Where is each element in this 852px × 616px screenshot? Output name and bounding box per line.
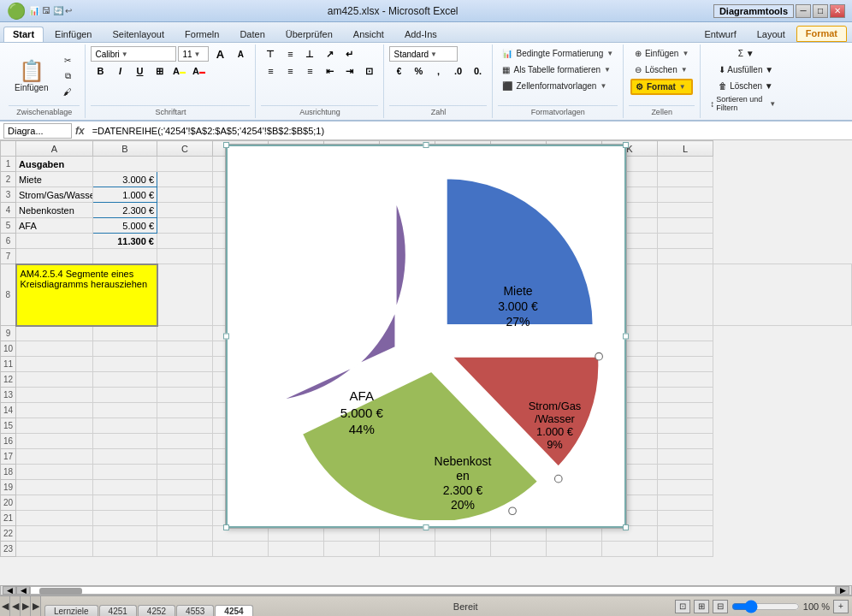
- scroll-left-btn2[interactable]: ◀: [16, 586, 30, 595]
- maximize-button[interactable]: □: [813, 4, 828, 18]
- table-cell[interactable]: AFA: [16, 218, 93, 234]
- table-cell[interactable]: [16, 480, 93, 495]
- table-cell[interactable]: [16, 526, 93, 542]
- normal-view-button[interactable]: ⊡: [675, 600, 690, 613]
- table-cell[interactable]: [16, 341, 93, 357]
- row-number[interactable]: 23: [1, 542, 16, 557]
- sort-filter-button[interactable]: ↕ Sortieren und Filtern ▼: [706, 93, 786, 116]
- table-cell[interactable]: [157, 526, 213, 542]
- tab-seitenlayout[interactable]: Seitenlayout: [104, 27, 175, 42]
- formula-input[interactable]: [88, 123, 849, 139]
- dec-decrease-button[interactable]: 0.: [468, 63, 487, 79]
- font-decrease-button[interactable]: A: [231, 46, 250, 62]
- font-color-button[interactable]: A▬: [189, 63, 208, 79]
- tab-einfugen[interactable]: Einfügen: [45, 27, 101, 42]
- tab-daten[interactable]: Daten: [230, 27, 274, 42]
- table-cell[interactable]: [93, 542, 157, 557]
- row-number[interactable]: 12: [1, 372, 16, 388]
- table-cell[interactable]: [93, 326, 157, 341]
- table-cell[interactable]: [93, 434, 157, 449]
- tab-format[interactable]: Format: [796, 26, 847, 42]
- row-number[interactable]: 15: [1, 418, 16, 434]
- table-cell[interactable]: [93, 388, 157, 403]
- close-button[interactable]: ✕: [830, 4, 845, 18]
- tab-formeln[interactable]: Formeln: [175, 27, 228, 42]
- table-cell[interactable]: [93, 449, 157, 465]
- table-cell[interactable]: [157, 465, 213, 480]
- tab-start[interactable]: Start: [3, 27, 44, 42]
- table-cell[interactable]: [16, 357, 93, 372]
- tab-uberprüfen[interactable]: Überprüfen: [276, 27, 342, 42]
- table-cell[interactable]: [269, 542, 324, 557]
- row-number[interactable]: 6: [1, 234, 16, 249]
- table-cell[interactable]: [93, 465, 157, 480]
- table-cell[interactable]: [658, 434, 713, 449]
- table-cell[interactable]: [658, 203, 713, 218]
- font-increase-button[interactable]: A: [210, 46, 229, 62]
- name-box[interactable]: [3, 123, 72, 139]
- bold-button[interactable]: B: [91, 63, 109, 79]
- font-size-dropdown[interactable]: 11 ▼: [178, 46, 209, 62]
- tab-add-ins[interactable]: Add-Ins: [395, 27, 447, 42]
- table-cell[interactable]: [157, 341, 213, 357]
- table-cell[interactable]: [93, 526, 157, 542]
- table-cell[interactable]: [157, 542, 213, 557]
- row-number[interactable]: 1: [1, 157, 16, 172]
- tab-scroll-left[interactable]: ◀: [0, 596, 10, 617]
- conditional-format-button[interactable]: 📊 Bedingte Formatierung ▼: [498, 46, 618, 61]
- table-cell[interactable]: [157, 480, 213, 495]
- table-cell[interactable]: [16, 372, 93, 388]
- horizontal-scrollbar[interactable]: ◀ ◀ ▶: [0, 585, 852, 595]
- page-break-button[interactable]: ⊟: [713, 600, 728, 613]
- sheet-tab-4254[interactable]: 4254: [215, 605, 252, 617]
- align-right-button[interactable]: ≡: [300, 63, 319, 79]
- table-cell[interactable]: [16, 465, 93, 480]
- table-cell[interactable]: [157, 495, 213, 511]
- table-cell[interactable]: [93, 403, 157, 418]
- table-cell[interactable]: [602, 542, 658, 557]
- table-cell[interactable]: [157, 187, 213, 203]
- table-cell[interactable]: [658, 341, 713, 357]
- table-cell[interactable]: [658, 218, 713, 234]
- sheet-tab-4251[interactable]: 4251: [99, 605, 137, 617]
- table-cell[interactable]: [16, 249, 93, 264]
- table-cell[interactable]: [16, 403, 93, 418]
- italic-button[interactable]: I: [110, 63, 129, 79]
- table-cell[interactable]: [658, 357, 713, 372]
- table-cell[interactable]: [93, 418, 157, 434]
- zoom-in-button[interactable]: +: [833, 600, 849, 613]
- table-cell[interactable]: [157, 264, 213, 326]
- format-cells-button[interactable]: ⚙ Format ▼: [630, 79, 693, 95]
- table-cell[interactable]: [658, 249, 713, 264]
- scroll-left-btn[interactable]: ◀: [3, 586, 16, 595]
- table-cell[interactable]: [157, 511, 213, 526]
- table-cell[interactable]: [658, 542, 713, 557]
- insert-cells-button[interactable]: ⊕ Einfügen ▼: [630, 46, 693, 61]
- einfugen-button[interactable]: 📋 Einfügen: [9, 50, 54, 102]
- row-number[interactable]: 20: [1, 495, 16, 511]
- scroll-right-btn[interactable]: ▶: [836, 586, 849, 595]
- table-cell[interactable]: Strom/Gas/Wasser: [16, 187, 93, 203]
- underline-button[interactable]: U: [130, 63, 149, 79]
- row-number[interactable]: 13: [1, 388, 16, 403]
- row-number[interactable]: 21: [1, 511, 16, 526]
- pie-segment-afa[interactable]: [280, 200, 406, 400]
- align-top-button[interactable]: ⊤: [261, 46, 280, 62]
- table-cell[interactable]: [16, 234, 93, 249]
- table-cell[interactable]: [93, 249, 157, 264]
- table-cell[interactable]: [658, 526, 713, 542]
- sheet-tab-4252[interactable]: 4252: [138, 605, 175, 617]
- row-number[interactable]: 3: [1, 187, 16, 203]
- table-cell[interactable]: [658, 449, 713, 465]
- row-number[interactable]: 7: [1, 249, 16, 264]
- align-bottom-button[interactable]: ⊥: [300, 46, 319, 62]
- cut-button[interactable]: ✂: [56, 53, 80, 68]
- dec-increase-button[interactable]: .0: [448, 63, 467, 79]
- fill-color-button[interactable]: A▬: [169, 63, 188, 79]
- table-cell[interactable]: [157, 388, 213, 403]
- thousands-button[interactable]: ,: [429, 63, 447, 79]
- table-cell[interactable]: [93, 341, 157, 357]
- minimize-button[interactable]: ─: [796, 4, 811, 18]
- text-angle-button[interactable]: ↗: [320, 46, 339, 62]
- sheet-tab-lernziele[interactable]: Lernziele: [44, 605, 98, 617]
